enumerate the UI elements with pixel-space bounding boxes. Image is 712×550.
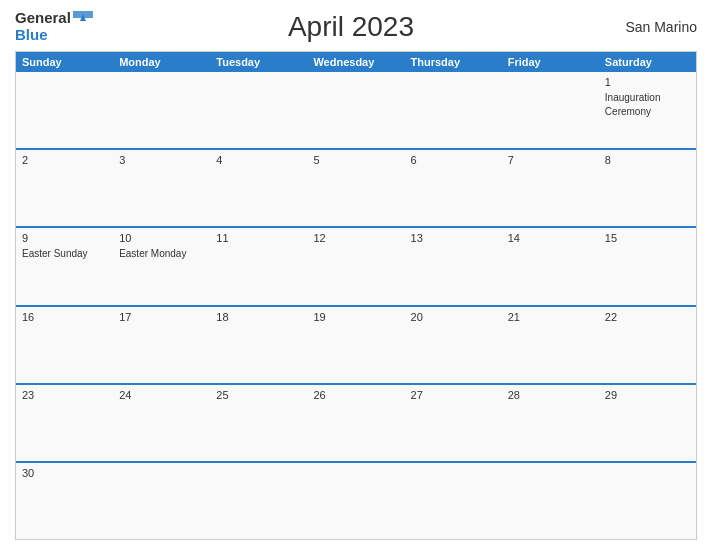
day-number: 28 xyxy=(508,389,593,401)
day-number: 25 xyxy=(216,389,301,401)
logo-flag-icon xyxy=(73,11,93,25)
week-2: 2 3 4 5 6 7 8 xyxy=(16,148,696,226)
event-easter-sunday: Easter Sunday xyxy=(22,248,88,259)
header-thursday: Thursday xyxy=(405,52,502,72)
week-6: 30 xyxy=(16,461,696,539)
day-number: 20 xyxy=(411,311,496,323)
cell-apr-30: 30 xyxy=(16,463,113,539)
cell-apr-25: 25 xyxy=(210,385,307,461)
cell-apr-19: 19 xyxy=(307,307,404,383)
country-label: San Marino xyxy=(607,19,697,35)
calendar-page: General Blue April 2023 San Marino Sunda… xyxy=(0,0,712,550)
day-number: 26 xyxy=(313,389,398,401)
week-4: 16 17 18 19 20 21 22 xyxy=(16,305,696,383)
day-number: 14 xyxy=(508,232,593,244)
calendar-header: Sunday Monday Tuesday Wednesday Thursday… xyxy=(16,52,696,72)
cell-apr-14: 14 xyxy=(502,228,599,304)
cell-empty-5 xyxy=(405,72,502,148)
cell-apr-12: 12 xyxy=(307,228,404,304)
cell-apr-13: 13 xyxy=(405,228,502,304)
page-header: General Blue April 2023 San Marino xyxy=(15,10,697,43)
day-number: 16 xyxy=(22,311,107,323)
day-number: 29 xyxy=(605,389,690,401)
day-number: 19 xyxy=(313,311,398,323)
day-number: 11 xyxy=(216,232,301,244)
day-number: 24 xyxy=(119,389,204,401)
cell-apr-4: 4 xyxy=(210,150,307,226)
header-saturday: Saturday xyxy=(599,52,696,72)
cell-apr-26: 26 xyxy=(307,385,404,461)
day-number: 12 xyxy=(313,232,398,244)
cell-apr-16: 16 xyxy=(16,307,113,383)
day-number: 8 xyxy=(605,154,690,166)
cell-empty-4 xyxy=(307,72,404,148)
day-number: 30 xyxy=(22,467,107,479)
day-number: 5 xyxy=(313,154,398,166)
cell-apr-3: 3 xyxy=(113,150,210,226)
cell-apr-11: 11 xyxy=(210,228,307,304)
event-inauguration: InaugurationCeremony xyxy=(605,92,661,117)
cell-apr-27: 27 xyxy=(405,385,502,461)
day-number: 10 xyxy=(119,232,204,244)
cell-apr-20: 20 xyxy=(405,307,502,383)
header-wednesday: Wednesday xyxy=(307,52,404,72)
cell-empty-w6-2 xyxy=(113,463,210,539)
cell-empty-w6-5 xyxy=(405,463,502,539)
day-number: 17 xyxy=(119,311,204,323)
header-tuesday: Tuesday xyxy=(210,52,307,72)
day-number: 23 xyxy=(22,389,107,401)
day-number: 22 xyxy=(605,311,690,323)
logo-blue-text: Blue xyxy=(15,27,48,44)
logo: General Blue xyxy=(15,10,95,43)
day-number: 3 xyxy=(119,154,204,166)
week-5: 23 24 25 26 27 28 29 xyxy=(16,383,696,461)
cell-apr-5: 5 xyxy=(307,150,404,226)
cell-apr-21: 21 xyxy=(502,307,599,383)
day-number: 15 xyxy=(605,232,690,244)
day-number: 18 xyxy=(216,311,301,323)
day-number: 2 xyxy=(22,154,107,166)
week-3: 9 Easter Sunday 10 Easter Monday 11 12 1… xyxy=(16,226,696,304)
event-easter-monday: Easter Monday xyxy=(119,248,186,259)
cell-apr-1: 1 InaugurationCeremony xyxy=(599,72,696,148)
calendar: Sunday Monday Tuesday Wednesday Thursday… xyxy=(15,51,697,540)
month-title: April 2023 xyxy=(95,11,607,43)
cell-apr-6: 6 xyxy=(405,150,502,226)
cell-empty-2 xyxy=(113,72,210,148)
cell-empty-w6-4 xyxy=(307,463,404,539)
cell-empty-3 xyxy=(210,72,307,148)
day-number: 6 xyxy=(411,154,496,166)
cell-apr-29: 29 xyxy=(599,385,696,461)
day-number: 1 xyxy=(605,76,690,88)
cell-apr-9: 9 Easter Sunday xyxy=(16,228,113,304)
cell-apr-22: 22 xyxy=(599,307,696,383)
day-number: 13 xyxy=(411,232,496,244)
logo-general-text: General xyxy=(15,10,71,27)
cell-apr-7: 7 xyxy=(502,150,599,226)
week-1: 1 InaugurationCeremony xyxy=(16,72,696,148)
cell-apr-28: 28 xyxy=(502,385,599,461)
day-number: 7 xyxy=(508,154,593,166)
cell-apr-17: 17 xyxy=(113,307,210,383)
header-friday: Friday xyxy=(502,52,599,72)
cell-apr-15: 15 xyxy=(599,228,696,304)
header-monday: Monday xyxy=(113,52,210,72)
cell-apr-24: 24 xyxy=(113,385,210,461)
day-number: 27 xyxy=(411,389,496,401)
cell-apr-23: 23 xyxy=(16,385,113,461)
header-sunday: Sunday xyxy=(16,52,113,72)
cell-apr-10: 10 Easter Monday xyxy=(113,228,210,304)
day-number: 4 xyxy=(216,154,301,166)
cell-empty-w6-3 xyxy=(210,463,307,539)
day-number: 9 xyxy=(22,232,107,244)
cell-empty-6 xyxy=(502,72,599,148)
cell-empty-1 xyxy=(16,72,113,148)
cell-empty-w6-6 xyxy=(502,463,599,539)
day-number: 21 xyxy=(508,311,593,323)
cell-apr-8: 8 xyxy=(599,150,696,226)
cell-empty-w6-7 xyxy=(599,463,696,539)
cell-apr-2: 2 xyxy=(16,150,113,226)
calendar-body: 1 InaugurationCeremony 2 3 4 5 6 7 8 9 E… xyxy=(16,72,696,539)
cell-apr-18: 18 xyxy=(210,307,307,383)
